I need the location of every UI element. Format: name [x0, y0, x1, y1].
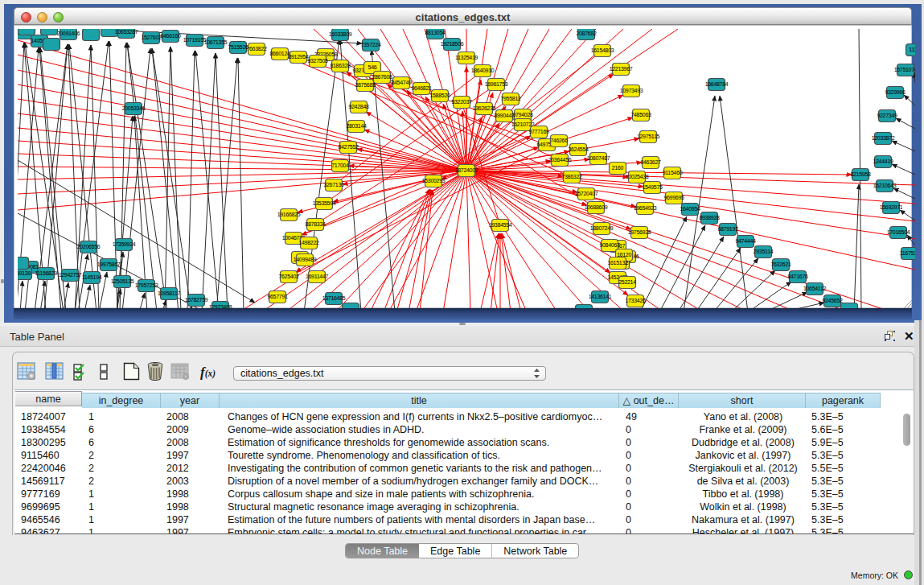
svg-text:1733426: 1733426 — [625, 298, 646, 303]
svg-text:8186328: 8186328 — [330, 63, 351, 68]
svg-text:12033872: 12033872 — [872, 135, 895, 141]
svg-text:14136141: 14136141 — [589, 294, 612, 299]
svg-text:9245652: 9245652 — [822, 298, 843, 303]
svg-text:20091406: 20091406 — [57, 31, 80, 36]
svg-text:12975115: 12975115 — [637, 134, 660, 139]
svg-text:8813054: 8813054 — [425, 30, 446, 35]
svg-text:9327505: 9327505 — [307, 58, 328, 64]
svg-text:2935114: 2935114 — [754, 249, 774, 254]
svg-text:546: 546 — [368, 64, 377, 70]
svg-text:252214: 252214 — [618, 279, 636, 285]
svg-text:7386322: 7386322 — [561, 174, 582, 179]
svg-text:9329966: 9329966 — [885, 89, 906, 95]
svg-text:9227349: 9227349 — [877, 113, 897, 118]
svg-text:9084067: 9084067 — [599, 242, 620, 248]
svg-text:12942757: 12942757 — [59, 272, 82, 278]
svg-text:2867608: 2867608 — [372, 74, 392, 80]
svg-text:1498222: 1498222 — [298, 240, 319, 245]
svg-text:3624554: 3624554 — [568, 146, 589, 152]
svg-text:16961758: 16961758 — [485, 81, 508, 87]
svg-text:15751074: 15751074 — [894, 67, 915, 72]
svg-text:16911447: 16911447 — [306, 274, 329, 279]
svg-text:1640954: 1640954 — [680, 206, 700, 212]
svg-text:1527602: 1527602 — [141, 35, 162, 40]
svg-text:6466160: 6466160 — [160, 33, 181, 39]
svg-text:9657791: 9657791 — [267, 294, 288, 299]
svg-text:19975867: 19975867 — [97, 262, 121, 267]
svg-text:13716485: 13716485 — [322, 295, 346, 301]
svg-text:19654923: 19654923 — [634, 205, 657, 211]
svg-text:17957253: 17957253 — [135, 282, 158, 288]
svg-text:10025438: 10025438 — [626, 174, 649, 179]
svg-text:10654112: 10654112 — [803, 286, 827, 291]
svg-text:16648784: 16648784 — [705, 81, 729, 87]
svg-text:746266: 746266 — [550, 138, 568, 143]
svg-text:1549575: 1549575 — [642, 184, 663, 190]
svg-text:12213967: 12213967 — [610, 66, 633, 72]
svg-text:19166825: 19166825 — [277, 212, 301, 217]
svg-text:8990443: 8990443 — [494, 113, 515, 118]
svg-text:9646821: 9646821 — [411, 85, 432, 91]
svg-text:8912954: 8912954 — [288, 54, 309, 60]
svg-text:5322037: 5322037 — [451, 99, 472, 105]
svg-text:3875685: 3875685 — [355, 82, 376, 88]
svg-text:8454749: 8454749 — [391, 80, 412, 85]
svg-text:1112: 1112 — [909, 47, 915, 52]
svg-text:8938928: 8938928 — [699, 215, 720, 220]
svg-text:16210643: 16210643 — [873, 183, 897, 188]
svg-text:7955812: 7955812 — [500, 96, 521, 101]
svg-text:10958117: 10958117 — [158, 290, 181, 296]
svg-text:13626235: 13626235 — [473, 105, 496, 111]
svg-text:16033809: 16033809 — [329, 31, 352, 37]
svg-text:19218506: 19218506 — [441, 41, 464, 47]
svg-text:15692971: 15692971 — [880, 204, 903, 210]
svg-text:7485063: 7485063 — [630, 112, 651, 117]
svg-text:18640910: 18640910 — [471, 68, 495, 73]
svg-text:10688609: 10688609 — [585, 204, 608, 210]
svg-text:9463627: 9463627 — [640, 159, 661, 165]
svg-text:8878334: 8878334 — [305, 221, 326, 227]
svg-text:16154803: 16154803 — [591, 47, 614, 53]
svg-text:9115460: 9115460 — [663, 170, 683, 175]
svg-text:7625402: 7625402 — [278, 274, 299, 279]
svg-text:20364456: 20364456 — [548, 157, 572, 163]
svg-text:2087682: 2087682 — [576, 31, 597, 36]
svg-text:10671355: 10671355 — [204, 39, 228, 45]
svg-text:8471676: 8471676 — [787, 274, 808, 279]
svg-text:13535594: 13535594 — [313, 200, 336, 206]
svg-text:8660124: 8660124 — [269, 51, 290, 56]
svg-text:9794028: 9794028 — [512, 112, 533, 117]
svg-text:1588520: 1588520 — [429, 93, 450, 98]
svg-text:1145194: 1145194 — [82, 274, 102, 280]
svg-text:3267130: 3267130 — [323, 182, 344, 187]
svg-text:19384554: 19384554 — [489, 222, 512, 228]
svg-text:10719155: 10719155 — [183, 37, 207, 43]
svg-text:12505135: 12505135 — [111, 278, 134, 284]
svg-text:1244419: 1244419 — [873, 159, 893, 164]
svg-text:1615132: 1615132 — [607, 260, 628, 266]
svg-text:17016504: 17016504 — [887, 229, 910, 235]
svg-text:9777169: 9777169 — [528, 129, 549, 134]
svg-text:9474444: 9474444 — [735, 238, 756, 244]
svg-text:19756928: 19756928 — [628, 229, 651, 235]
svg-text:16782759: 16782759 — [185, 297, 208, 303]
svg-text:1167534: 1167534 — [900, 250, 915, 256]
svg-text:7357224: 7357224 — [360, 42, 381, 47]
svg-text:11156829: 11156829 — [35, 270, 57, 276]
svg-text:7663822: 7663822 — [246, 46, 267, 51]
svg-text:10807487: 10807487 — [587, 155, 610, 161]
svg-text:15720407: 15720407 — [575, 191, 598, 196]
svg-text:20053346: 20053346 — [122, 105, 146, 111]
svg-text:10653287: 10653287 — [115, 29, 138, 35]
svg-text:7515526: 7515526 — [228, 44, 248, 50]
svg-text:15300293: 15300293 — [422, 178, 446, 183]
svg-text:9242848: 9242848 — [348, 104, 369, 109]
svg-text:6879197: 6879197 — [717, 226, 738, 232]
svg-text:20206556: 20206556 — [77, 244, 101, 249]
svg-text:2160: 2160 — [612, 165, 624, 171]
svg-text:11325419: 11325419 — [455, 55, 478, 60]
svg-text:17359924: 17359924 — [113, 241, 136, 247]
svg-text:8215958: 8215958 — [850, 171, 871, 177]
svg-text:8427552: 8427552 — [338, 144, 359, 150]
svg-text:7632621: 7632621 — [770, 262, 791, 267]
